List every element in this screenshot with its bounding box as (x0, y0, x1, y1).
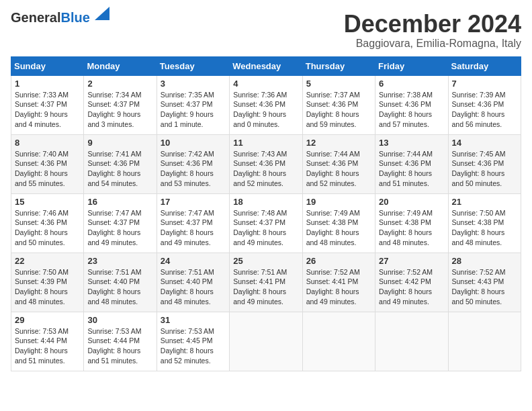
day-info: Sunrise: 7:33 AMSunset: 4:37 PMDaylight:… (15, 91, 69, 128)
day-info: Sunrise: 7:49 AMSunset: 4:38 PMDaylight:… (306, 209, 360, 246)
calendar-week-3: 15 Sunrise: 7:46 AMSunset: 4:36 PMDaylig… (11, 193, 521, 253)
day-info: Sunrise: 7:52 AMSunset: 4:41 PMDaylight:… (306, 268, 360, 306)
calendar-body: 1 Sunrise: 7:33 AMSunset: 4:37 PMDayligh… (11, 75, 521, 371)
day-number: 21 (452, 197, 517, 207)
calendar-cell (448, 312, 521, 371)
day-info: Sunrise: 7:53 AMSunset: 4:44 PMDaylight:… (87, 327, 141, 365)
day-number: 14 (452, 138, 517, 148)
day-info: Sunrise: 7:47 AMSunset: 4:37 PMDaylight:… (87, 209, 141, 246)
day-number: 8 (15, 138, 80, 148)
calendar-cell: 7 Sunrise: 7:39 AMSunset: 4:36 PMDayligh… (448, 75, 521, 134)
calendar-cell: 28 Sunrise: 7:52 AMSunset: 4:43 PMDaylig… (448, 253, 521, 312)
day-number: 15 (15, 197, 80, 207)
calendar-cell: 3 Sunrise: 7:35 AMSunset: 4:37 PMDayligh… (157, 75, 229, 134)
day-number: 11 (233, 138, 298, 148)
day-number: 27 (379, 256, 444, 266)
day-number: 29 (15, 315, 80, 325)
calendar-cell: 21 Sunrise: 7:50 AMSunset: 4:38 PMDaylig… (448, 193, 521, 253)
day-info: Sunrise: 7:49 AMSunset: 4:38 PMDaylight:… (379, 209, 433, 246)
day-number: 9 (87, 138, 152, 148)
logo-text: GeneralBlue (11, 11, 109, 25)
day-number: 26 (306, 256, 371, 266)
day-info: Sunrise: 7:53 AMSunset: 4:44 PMDaylight:… (15, 327, 69, 365)
day-info: Sunrise: 7:43 AMSunset: 4:36 PMDaylight:… (233, 150, 287, 187)
day-info: Sunrise: 7:53 AMSunset: 4:45 PMDaylight:… (161, 327, 214, 365)
col-thursday: Thursday (302, 56, 375, 75)
day-info: Sunrise: 7:51 AMSunset: 4:40 PMDaylight:… (87, 268, 141, 306)
col-friday: Friday (375, 56, 448, 75)
col-saturday: Saturday (448, 56, 521, 75)
day-number: 31 (161, 315, 226, 325)
calendar-cell: 9 Sunrise: 7:41 AMSunset: 4:36 PMDayligh… (84, 134, 157, 193)
day-number: 1 (15, 79, 80, 89)
calendar-cell: 19 Sunrise: 7:49 AMSunset: 4:38 PMDaylig… (302, 193, 375, 253)
day-number: 20 (379, 197, 444, 207)
logo-icon (95, 7, 109, 20)
calendar-week-4: 22 Sunrise: 7:50 AMSunset: 4:39 PMDaylig… (11, 253, 521, 312)
calendar-cell: 12 Sunrise: 7:44 AMSunset: 4:36 PMDaylig… (302, 134, 375, 193)
col-wednesday: Wednesday (230, 56, 302, 75)
calendar-cell: 13 Sunrise: 7:44 AMSunset: 4:36 PMDaylig… (375, 134, 448, 193)
main-title: December 2024 (344, 11, 521, 38)
calendar-cell: 15 Sunrise: 7:46 AMSunset: 4:36 PMDaylig… (11, 193, 84, 253)
day-number: 13 (379, 138, 444, 148)
day-number: 7 (452, 79, 517, 89)
col-sunday: Sunday (11, 56, 84, 75)
calendar-cell: 25 Sunrise: 7:51 AMSunset: 4:41 PMDaylig… (230, 253, 302, 312)
logo: GeneralBlue (11, 11, 109, 25)
day-number: 5 (306, 79, 371, 89)
day-info: Sunrise: 7:51 AMSunset: 4:40 PMDaylight:… (161, 268, 214, 306)
day-info: Sunrise: 7:36 AMSunset: 4:36 PMDaylight:… (233, 91, 287, 128)
title-block: December 2024 Baggiovara, Emilia-Romagna… (344, 11, 521, 50)
col-monday: Monday (84, 56, 157, 75)
day-number: 4 (233, 79, 298, 89)
calendar-header: Sunday Monday Tuesday Wednesday Thursday… (11, 56, 521, 75)
day-info: Sunrise: 7:42 AMSunset: 4:36 PMDaylight:… (161, 150, 214, 187)
day-number: 28 (452, 256, 517, 266)
calendar-cell: 29 Sunrise: 7:53 AMSunset: 4:44 PMDaylig… (11, 312, 84, 371)
subtitle: Baggiovara, Emilia-Romagna, Italy (344, 38, 521, 50)
day-number: 10 (161, 138, 226, 148)
day-info: Sunrise: 7:44 AMSunset: 4:36 PMDaylight:… (306, 150, 360, 187)
calendar-cell: 2 Sunrise: 7:34 AMSunset: 4:37 PMDayligh… (84, 75, 157, 134)
calendar-cell: 1 Sunrise: 7:33 AMSunset: 4:37 PMDayligh… (11, 75, 84, 134)
logo-blue-text: Blue (60, 10, 89, 25)
col-tuesday: Tuesday (157, 56, 229, 75)
day-number: 3 (161, 79, 226, 89)
day-info: Sunrise: 7:50 AMSunset: 4:39 PMDaylight:… (15, 268, 69, 306)
calendar-cell: 8 Sunrise: 7:40 AMSunset: 4:36 PMDayligh… (11, 134, 84, 193)
calendar-cell: 14 Sunrise: 7:45 AMSunset: 4:36 PMDaylig… (448, 134, 521, 193)
day-info: Sunrise: 7:35 AMSunset: 4:37 PMDaylight:… (161, 91, 214, 128)
calendar-cell: 24 Sunrise: 7:51 AMSunset: 4:40 PMDaylig… (157, 253, 229, 312)
svg-marker-0 (95, 7, 109, 20)
calendar-cell (302, 312, 375, 371)
day-number: 6 (379, 79, 444, 89)
logo-general-text: General (11, 10, 60, 25)
day-number: 30 (87, 315, 152, 325)
calendar-cell: 5 Sunrise: 7:37 AMSunset: 4:36 PMDayligh… (302, 75, 375, 134)
day-info: Sunrise: 7:38 AMSunset: 4:36 PMDaylight:… (379, 91, 433, 128)
calendar-cell: 27 Sunrise: 7:52 AMSunset: 4:42 PMDaylig… (375, 253, 448, 312)
calendar-cell: 6 Sunrise: 7:38 AMSunset: 4:36 PMDayligh… (375, 75, 448, 134)
day-number: 24 (161, 256, 226, 266)
calendar-table: Sunday Monday Tuesday Wednesday Thursday… (11, 56, 521, 371)
calendar-week-2: 8 Sunrise: 7:40 AMSunset: 4:36 PMDayligh… (11, 134, 521, 193)
day-info: Sunrise: 7:47 AMSunset: 4:37 PMDaylight:… (161, 209, 214, 246)
calendar-cell: 22 Sunrise: 7:50 AMSunset: 4:39 PMDaylig… (11, 253, 84, 312)
day-number: 12 (306, 138, 371, 148)
calendar-cell (230, 312, 302, 371)
calendar-week-5: 29 Sunrise: 7:53 AMSunset: 4:44 PMDaylig… (11, 312, 521, 371)
day-number: 18 (233, 197, 298, 207)
calendar-cell: 17 Sunrise: 7:47 AMSunset: 4:37 PMDaylig… (157, 193, 229, 253)
day-info: Sunrise: 7:44 AMSunset: 4:36 PMDaylight:… (379, 150, 433, 187)
day-info: Sunrise: 7:45 AMSunset: 4:36 PMDaylight:… (452, 150, 506, 187)
day-number: 23 (87, 256, 152, 266)
day-info: Sunrise: 7:34 AMSunset: 4:37 PMDaylight:… (87, 91, 141, 128)
day-info: Sunrise: 7:50 AMSunset: 4:38 PMDaylight:… (452, 209, 506, 246)
day-info: Sunrise: 7:46 AMSunset: 4:36 PMDaylight:… (15, 209, 69, 246)
day-number: 16 (87, 197, 152, 207)
day-info: Sunrise: 7:39 AMSunset: 4:36 PMDaylight:… (452, 91, 506, 128)
calendar-cell: 23 Sunrise: 7:51 AMSunset: 4:40 PMDaylig… (84, 253, 157, 312)
day-number: 17 (161, 197, 226, 207)
day-info: Sunrise: 7:52 AMSunset: 4:43 PMDaylight:… (452, 268, 506, 306)
